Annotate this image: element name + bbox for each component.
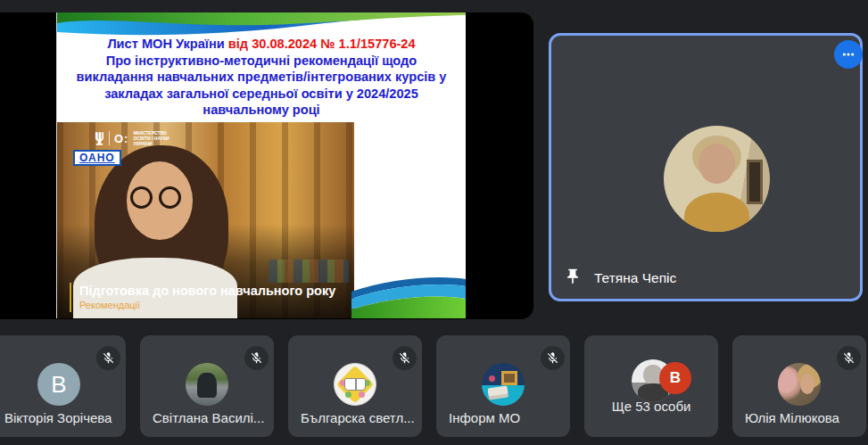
screen-share-tile[interactable]: Лист МОН України від 30.08.2024 № 1.1/15… bbox=[0, 12, 533, 319]
more-options-button[interactable] bbox=[834, 40, 863, 69]
more-options-icon bbox=[841, 47, 856, 62]
logo-laptop-icon bbox=[487, 385, 508, 396]
slide-heading-red: від 30.08.2024 № 1.1/15776-24 bbox=[228, 37, 416, 51]
participant-tile[interactable]: В Вікторія Зорічева bbox=[0, 335, 126, 437]
slide-heading: Лист МОН України від 30.08.2024 № 1.1/15… bbox=[57, 36, 466, 119]
logo-avatar bbox=[334, 363, 376, 406]
photo-girl-glasses bbox=[159, 186, 181, 209]
participant-tile[interactable]: Інформ МО bbox=[436, 335, 570, 437]
slide-photo: О: МІНІСТЕРСТВО ОСВІТИ І НАУКИ УКРАЇНИ О… bbox=[57, 122, 354, 318]
avatar-body bbox=[684, 193, 750, 232]
logo-divider bbox=[109, 131, 110, 145]
slide-bottom-wave-graphic bbox=[351, 263, 466, 318]
avatar-face bbox=[800, 374, 814, 393]
logo-flower bbox=[345, 391, 351, 398]
photo-avatar bbox=[186, 363, 228, 406]
pin-icon bbox=[564, 268, 582, 289]
slide-heading-line1: Лист МОН України від 30.08.2024 № 1.1/15… bbox=[62, 36, 460, 53]
participant-tile[interactable]: Світлана Василі... bbox=[140, 335, 274, 437]
pinned-participant-avatar bbox=[664, 126, 770, 232]
mic-off-icon bbox=[393, 346, 417, 370]
participant-name: Българска светл... bbox=[301, 410, 418, 425]
open-book-icon bbox=[344, 378, 366, 391]
slide-heading-line2: Про інструктивно-методичні рекомендації … bbox=[62, 53, 460, 70]
mic-off-icon bbox=[244, 346, 269, 370]
meet-window: Лист МОН України від 30.08.2024 № 1.1/15… bbox=[0, 0, 868, 445]
banner-title: Підготовка до нового навчального року bbox=[79, 283, 335, 299]
photo-girl-glasses bbox=[130, 186, 153, 209]
presentation-slide: Лист МОН України від 30.08.2024 № 1.1/15… bbox=[56, 12, 466, 318]
oano-badge: ОАНО bbox=[73, 150, 121, 166]
overflow-participants-tile[interactable]: В Ще 53 особи bbox=[584, 335, 718, 437]
banner-subtitle: Рекомендації bbox=[79, 299, 335, 312]
slide-heading-line3: викладання навчальних предметів/інтегров… bbox=[62, 69, 460, 86]
participant-name: Вікторія Зорічева bbox=[4, 410, 122, 425]
logo-picture-frame bbox=[501, 371, 517, 385]
slide-heading-blue: Лист МОН України bbox=[107, 37, 224, 51]
participant-name: Юлія Мілюкова bbox=[745, 410, 863, 425]
logo-flower bbox=[359, 391, 365, 398]
photo-books bbox=[269, 260, 349, 283]
participant-tile[interactable]: Юлія Мілюкова bbox=[732, 335, 866, 437]
avatar-figure bbox=[197, 373, 216, 399]
overflow-letter-avatar: В bbox=[659, 362, 691, 394]
overflow-count-label: Ще 53 особи bbox=[584, 399, 718, 414]
logo-dot bbox=[489, 375, 495, 382]
letter-avatar: В bbox=[37, 363, 80, 406]
ministry-name: МІНІСТЕРСТВО ОСВІТИ І НАУКИ УКРАЇНИ bbox=[133, 130, 179, 146]
ministry-logo: О: МІНІСТЕРСТВО ОСВІТИ І НАУКИ УКРАЇНИ bbox=[95, 130, 179, 146]
logo-avatar bbox=[482, 363, 525, 406]
photo-avatar bbox=[778, 363, 821, 406]
avatar-face bbox=[699, 144, 734, 184]
mic-off-icon bbox=[837, 346, 861, 370]
participant-name: Світлана Василі... bbox=[153, 410, 270, 425]
mon-logo-mark: О: bbox=[114, 132, 128, 145]
participant-tile[interactable]: Българска светл... bbox=[288, 335, 422, 437]
slide-heading-line5: навчальному році bbox=[62, 102, 460, 119]
photo-banner: Підготовка до нового навчального року Ре… bbox=[70, 283, 335, 312]
slide-heading-line4: закладах загальної середньої освіти у 20… bbox=[62, 86, 460, 103]
participant-name: Інформ МО bbox=[449, 410, 566, 425]
pinned-participant-name: Тетяна Чепіс bbox=[594, 270, 676, 286]
mic-off-icon bbox=[541, 346, 565, 370]
pinned-video-tile[interactable]: Тетяна Чепіс bbox=[549, 33, 863, 301]
mic-off-icon bbox=[96, 346, 120, 370]
avatar-wall-frame bbox=[747, 160, 763, 204]
trident-icon bbox=[95, 132, 104, 145]
